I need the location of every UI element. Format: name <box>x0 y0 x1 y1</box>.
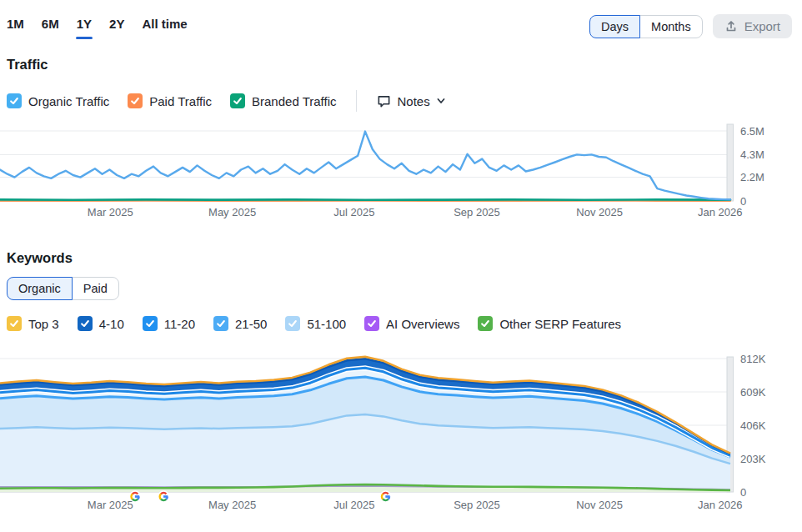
legend-checkbox-11-20[interactable]: 11-20 <box>143 316 195 331</box>
x-axis-label: Nov 2025 <box>576 206 623 218</box>
legend-checkbox-51-100[interactable]: 51-100 <box>285 316 346 331</box>
x-axis-label: Jan 2026 <box>698 499 743 511</box>
keywords-toggle-organic[interactable]: Organic <box>7 277 73 300</box>
checkbox-icon[interactable] <box>364 316 379 331</box>
x-axis-label: May 2025 <box>208 499 256 511</box>
y-axis-label: 4.3M <box>740 148 764 161</box>
checkbox-icon[interactable] <box>285 316 300 331</box>
range-tab-1y[interactable]: 1Y <box>77 17 92 36</box>
checkbox-icon[interactable] <box>78 316 93 331</box>
legend-checkbox-21-50[interactable]: 21-50 <box>213 316 267 331</box>
export-label: Export <box>744 19 780 33</box>
x-axis-label: Mar 2025 <box>88 206 133 218</box>
keywords-chart-svg[interactable]: 812K609K406K203K0Mar 2025May 2025Jul 202… <box>0 348 802 519</box>
range-tab-2y[interactable]: 2Y <box>109 17 124 36</box>
keywords-toggle-paid[interactable]: Paid <box>72 277 119 300</box>
chevron-down-icon <box>436 96 446 106</box>
x-axis-label: Jan 2026 <box>698 206 743 218</box>
legend-checkbox-branded-traffic[interactable]: Branded Traffic <box>230 93 336 108</box>
y-axis-label: 0 <box>740 486 746 499</box>
legend-label: 51-100 <box>307 317 346 331</box>
checkbox-icon[interactable] <box>7 316 22 331</box>
traffic-chart-svg[interactable]: 6.5M4.3M2.2M0Mar 2025May 2025Jul 2025Sep… <box>0 123 802 222</box>
legend-label: Paid Traffic <box>149 94 212 108</box>
y-axis-label: 609K <box>740 386 766 399</box>
legend-label: Branded Traffic <box>252 94 336 108</box>
x-axis-label: May 2025 <box>208 206 256 218</box>
google-update-icon[interactable] <box>158 490 169 502</box>
legend-label: AI Overviews <box>386 317 459 331</box>
traffic-chart[interactable]: 6.5M4.3M2.2M0Mar 2025May 2025Jul 2025Sep… <box>0 123 802 222</box>
legend-checkbox-ai-overviews[interactable]: AI Overviews <box>364 316 459 331</box>
y-axis-label: 6.5M <box>740 125 764 138</box>
legend-label: Organic Traffic <box>28 94 109 108</box>
x-axis-label: Jul 2025 <box>333 499 374 511</box>
x-axis-label: Jul 2025 <box>333 206 374 218</box>
keywords-chart[interactable]: 812K609K406K203K0Mar 2025May 2025Jul 202… <box>0 348 802 519</box>
range-tab-1m[interactable]: 1M <box>7 17 24 36</box>
x-axis-label: Sep 2025 <box>454 206 500 218</box>
legend-divider <box>356 90 357 112</box>
time-range-tabs: 1M6M1Y2YAll time <box>7 17 188 36</box>
y-axis-label: 203K <box>740 453 766 465</box>
checkbox-icon[interactable] <box>128 93 143 108</box>
y-axis-label: 812K <box>740 353 766 365</box>
checkbox-icon[interactable] <box>143 316 158 331</box>
legend-checkbox-4-10[interactable]: 4-10 <box>78 316 124 331</box>
range-drag-handle[interactable] <box>727 124 734 201</box>
notes-dropdown[interactable]: Notes <box>377 94 445 108</box>
export-icon <box>724 20 738 33</box>
organic-paid-toggle: OrganicPaid <box>7 277 119 300</box>
checkbox-icon[interactable] <box>230 93 245 108</box>
range-tab-6m[interactable]: 6M <box>42 17 59 36</box>
checkbox-icon[interactable] <box>478 316 493 331</box>
keywords-legend: Top 34-1011-2021-5051-100AI OverviewsOth… <box>7 316 621 331</box>
notes-label: Notes <box>397 94 429 108</box>
toggle-months[interactable]: Months <box>639 15 703 38</box>
y-axis-label: 406K <box>740 419 766 432</box>
google-update-icon[interactable] <box>379 490 391 502</box>
legend-checkbox-top-3[interactable]: Top 3 <box>7 316 59 331</box>
legend-label: 21-50 <box>235 317 267 331</box>
legend-label: Top 3 <box>28 317 59 331</box>
legend-checkbox-paid-traffic[interactable]: Paid Traffic <box>128 93 212 108</box>
range-tab-all-time[interactable]: All time <box>142 17 187 36</box>
toggle-days[interactable]: Days <box>589 15 640 38</box>
line-organic-traffic <box>0 132 730 200</box>
notes-icon <box>377 94 391 108</box>
checkbox-icon[interactable] <box>7 93 22 108</box>
legend-label: 4-10 <box>99 317 124 331</box>
checkbox-icon[interactable] <box>213 316 228 331</box>
legend-checkbox-other-serp-features[interactable]: Other SERP Features <box>478 316 621 331</box>
x-axis-label: Mar 2025 <box>88 499 133 511</box>
legend-label: Other SERP Features <box>499 317 621 331</box>
y-axis-label: 2.2M <box>740 171 764 183</box>
google-update-icon[interactable] <box>129 490 141 502</box>
header-controls: DaysMonths Export <box>589 14 792 38</box>
traffic-legend: Organic TrafficPaid TrafficBranded Traff… <box>7 90 446 112</box>
x-axis-label: Nov 2025 <box>576 499 623 511</box>
export-button[interactable]: Export <box>713 14 792 38</box>
legend-checkbox-organic-traffic[interactable]: Organic Traffic <box>7 93 109 108</box>
x-axis-label: Sep 2025 <box>454 499 500 511</box>
legend-label: 11-20 <box>164 317 195 331</box>
traffic-section-title: Traffic <box>7 57 48 73</box>
days-months-toggle: DaysMonths <box>589 15 703 38</box>
keywords-section-title: Keywords <box>7 250 73 266</box>
